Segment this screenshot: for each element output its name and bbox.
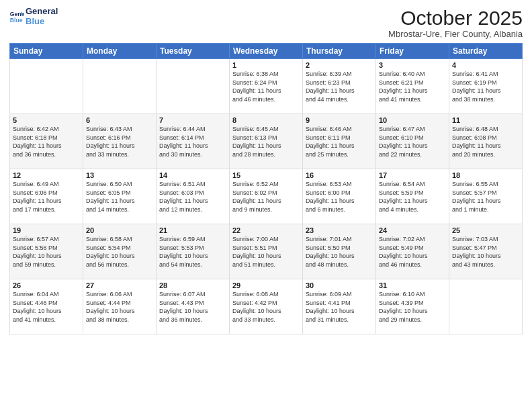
calendar-cell: 17Sunrise: 6:54 AM Sunset: 5:59 PM Dayli… [376, 169, 449, 224]
day-info: Sunrise: 6:54 AM Sunset: 5:59 PM Dayligh… [379, 180, 446, 214]
calendar-week-row: 5Sunrise: 6:42 AM Sunset: 6:18 PM Daylig… [10, 114, 523, 169]
day-info: Sunrise: 6:59 AM Sunset: 5:53 PM Dayligh… [159, 235, 226, 269]
calendar-cell: 28Sunrise: 6:07 AM Sunset: 4:43 PM Dayli… [157, 279, 230, 334]
day-number: 30 [306, 281, 373, 289]
day-number: 9 [306, 116, 373, 124]
day-info: Sunrise: 6:07 AM Sunset: 4:43 PM Dayligh… [159, 290, 226, 324]
day-number: 22 [232, 226, 300, 234]
calendar-cell [449, 279, 523, 334]
day-info: Sunrise: 6:41 AM Sunset: 6:19 PM Dayligh… [452, 70, 519, 103]
day-number: 17 [379, 171, 446, 179]
day-info: Sunrise: 6:40 AM Sunset: 6:21 PM Dayligh… [379, 70, 446, 103]
calendar-cell: 13Sunrise: 6:50 AM Sunset: 6:05 PM Dayli… [83, 169, 157, 224]
header-tuesday: Tuesday [157, 44, 230, 59]
calendar-cell: 14Sunrise: 6:51 AM Sunset: 6:03 PM Dayli… [157, 169, 230, 224]
calendar-cell: 19Sunrise: 6:57 AM Sunset: 5:56 PM Dayli… [10, 224, 83, 279]
day-info: Sunrise: 6:10 AM Sunset: 4:39 PM Dayligh… [379, 290, 446, 324]
day-number: 18 [452, 171, 519, 179]
header-friday: Friday [376, 44, 449, 59]
day-info: Sunrise: 6:44 AM Sunset: 6:14 PM Dayligh… [159, 125, 226, 158]
day-number: 20 [86, 226, 153, 234]
calendar-cell: 5Sunrise: 6:42 AM Sunset: 6:18 PM Daylig… [10, 114, 83, 169]
day-info: Sunrise: 6:51 AM Sunset: 6:03 PM Dayligh… [159, 180, 226, 214]
calendar-cell: 18Sunrise: 6:55 AM Sunset: 5:57 PM Dayli… [449, 169, 523, 224]
day-number: 10 [379, 116, 446, 124]
day-number: 8 [232, 116, 300, 124]
day-number: 27 [86, 281, 153, 289]
day-number: 5 [13, 116, 80, 124]
header-monday: Monday [83, 44, 157, 59]
day-number: 25 [452, 226, 519, 234]
calendar-week-row: 19Sunrise: 6:57 AM Sunset: 5:56 PM Dayli… [10, 224, 523, 279]
calendar-cell: 6Sunrise: 6:43 AM Sunset: 6:16 PM Daylig… [83, 114, 157, 169]
calendar-cell: 3Sunrise: 6:40 AM Sunset: 6:21 PM Daylig… [376, 59, 449, 114]
day-info: Sunrise: 6:09 AM Sunset: 4:41 PM Dayligh… [306, 290, 373, 324]
calendar-cell: 16Sunrise: 6:53 AM Sunset: 6:00 PM Dayli… [303, 169, 376, 224]
calendar-week-row: 1Sunrise: 6:38 AM Sunset: 6:24 PM Daylig… [10, 59, 523, 114]
day-info: Sunrise: 7:02 AM Sunset: 5:49 PM Dayligh… [379, 235, 446, 269]
day-number: 1 [232, 61, 300, 69]
day-info: Sunrise: 6:55 AM Sunset: 5:57 PM Dayligh… [452, 180, 519, 214]
calendar-cell: 11Sunrise: 6:48 AM Sunset: 6:08 PM Dayli… [449, 114, 523, 169]
day-number: 21 [159, 226, 226, 234]
logo-text-line2: Blue [26, 17, 58, 27]
day-info: Sunrise: 7:01 AM Sunset: 5:50 PM Dayligh… [306, 235, 373, 269]
calendar-cell: 4Sunrise: 6:41 AM Sunset: 6:19 PM Daylig… [449, 59, 523, 114]
day-info: Sunrise: 6:45 AM Sunset: 6:13 PM Dayligh… [232, 125, 300, 158]
page: General Blue General Blue October 2025 M… [0, 0, 532, 411]
day-info: Sunrise: 7:00 AM Sunset: 5:51 PM Dayligh… [232, 235, 300, 269]
day-number: 16 [306, 171, 373, 179]
day-number: 7 [159, 116, 226, 124]
day-info: Sunrise: 6:46 AM Sunset: 6:11 PM Dayligh… [306, 125, 373, 158]
day-info: Sunrise: 6:52 AM Sunset: 6:02 PM Dayligh… [232, 180, 300, 214]
calendar-cell: 9Sunrise: 6:46 AM Sunset: 6:11 PM Daylig… [303, 114, 376, 169]
day-number: 4 [452, 61, 519, 69]
calendar-cell: 15Sunrise: 6:52 AM Sunset: 6:02 PM Dayli… [230, 169, 303, 224]
calendar-cell [157, 59, 230, 114]
calendar-week-row: 12Sunrise: 6:49 AM Sunset: 6:06 PM Dayli… [10, 169, 523, 224]
day-info: Sunrise: 6:58 AM Sunset: 5:54 PM Dayligh… [86, 235, 153, 269]
calendar-cell: 29Sunrise: 6:08 AM Sunset: 4:42 PM Dayli… [230, 279, 303, 334]
day-number: 24 [379, 226, 446, 234]
day-info: Sunrise: 6:06 AM Sunset: 4:44 PM Dayligh… [86, 290, 153, 324]
day-number: 11 [452, 116, 519, 124]
header-sunday: Sunday [10, 44, 83, 59]
day-number: 12 [13, 171, 80, 179]
day-info: Sunrise: 7:03 AM Sunset: 5:47 PM Dayligh… [452, 235, 519, 269]
calendar-cell: 21Sunrise: 6:59 AM Sunset: 5:53 PM Dayli… [157, 224, 230, 279]
calendar-cell: 8Sunrise: 6:45 AM Sunset: 6:13 PM Daylig… [230, 114, 303, 169]
calendar-cell: 2Sunrise: 6:39 AM Sunset: 6:23 PM Daylig… [303, 59, 376, 114]
day-number: 2 [306, 61, 373, 69]
day-info: Sunrise: 6:48 AM Sunset: 6:08 PM Dayligh… [452, 125, 519, 158]
day-info: Sunrise: 6:43 AM Sunset: 6:16 PM Dayligh… [86, 125, 153, 158]
calendar-cell: 23Sunrise: 7:01 AM Sunset: 5:50 PM Dayli… [303, 224, 376, 279]
day-number: 3 [379, 61, 446, 69]
calendar-cell: 30Sunrise: 6:09 AM Sunset: 4:41 PM Dayli… [303, 279, 376, 334]
calendar-cell: 10Sunrise: 6:47 AM Sunset: 6:10 PM Dayli… [376, 114, 449, 169]
day-number: 14 [159, 171, 226, 179]
logo: General Blue General Blue [9, 7, 58, 27]
calendar-cell [10, 59, 83, 114]
header-saturday: Saturday [449, 44, 523, 59]
day-info: Sunrise: 6:38 AM Sunset: 6:24 PM Dayligh… [232, 70, 300, 103]
logo-text-line1: General [26, 7, 58, 17]
day-info: Sunrise: 6:04 AM Sunset: 4:46 PM Dayligh… [13, 290, 80, 324]
day-info: Sunrise: 6:39 AM Sunset: 6:23 PM Dayligh… [306, 70, 373, 103]
calendar-table: SundayMondayTuesdayWednesdayThursdayFrid… [9, 43, 523, 334]
calendar-cell: 7Sunrise: 6:44 AM Sunset: 6:14 PM Daylig… [157, 114, 230, 169]
day-info: Sunrise: 6:53 AM Sunset: 6:00 PM Dayligh… [306, 180, 373, 214]
logo-icon: General Blue [9, 9, 24, 24]
day-info: Sunrise: 6:57 AM Sunset: 5:56 PM Dayligh… [13, 235, 80, 269]
day-number: 6 [86, 116, 153, 124]
day-number: 26 [13, 281, 80, 289]
calendar-week-row: 26Sunrise: 6:04 AM Sunset: 4:46 PM Dayli… [10, 279, 523, 334]
calendar-cell: 25Sunrise: 7:03 AM Sunset: 5:47 PM Dayli… [449, 224, 523, 279]
day-info: Sunrise: 6:08 AM Sunset: 4:42 PM Dayligh… [232, 290, 300, 324]
calendar-cell: 24Sunrise: 7:02 AM Sunset: 5:49 PM Dayli… [376, 224, 449, 279]
calendar-cell: 27Sunrise: 6:06 AM Sunset: 4:44 PM Dayli… [83, 279, 157, 334]
calendar-cell [83, 59, 157, 114]
day-number: 19 [13, 226, 80, 234]
day-number: 13 [86, 171, 153, 179]
title-block: October 2025 Mbrostar-Ure, Fier County, … [388, 7, 523, 39]
day-info: Sunrise: 6:50 AM Sunset: 6:05 PM Dayligh… [86, 180, 153, 214]
